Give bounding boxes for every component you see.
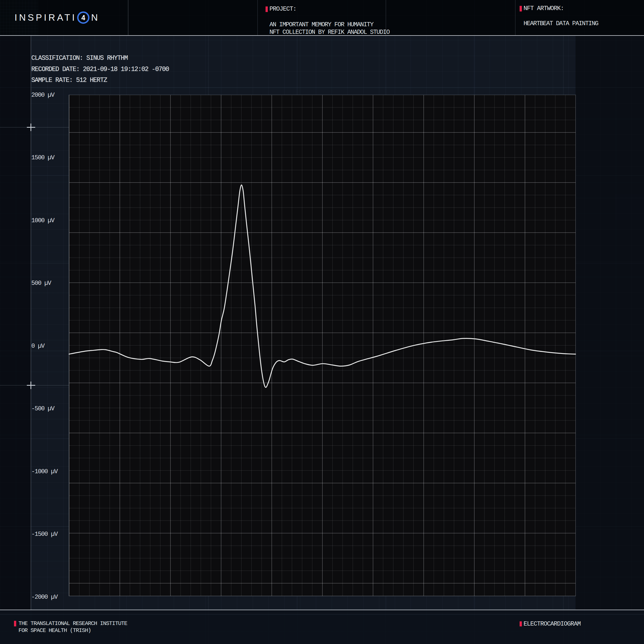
y-axis-label: -2000 µV (31, 594, 58, 601)
inspiration4-logo: INSPIRATI 4 N (15, 0, 100, 35)
logo-circle-4-icon: 4 (77, 11, 89, 24)
y-axis-label: -1500 µV (31, 531, 58, 538)
project-label: PROJECT: (269, 6, 296, 13)
y-axis-label: -1000 µV (31, 468, 58, 475)
top-bar-divider (128, 0, 128, 35)
y-axis-label: 1500 µV (31, 154, 54, 162)
logo-text-prefix: INSPIRATI (15, 12, 77, 23)
institute-line2: FOR SPACE HEALTH (TRISH) (18, 627, 91, 634)
footer-right-red-marker-icon (520, 621, 522, 626)
logo-circled-char: 4 (81, 14, 85, 22)
artwork-label: NFT ARTWORK: (524, 5, 564, 12)
top-bar-divider (257, 0, 258, 35)
project-red-marker-icon (266, 6, 268, 12)
artwork-red-marker-icon (520, 6, 522, 11)
project-line1: AN IMPORTANT MEMORY FOR HUMANITY (269, 21, 373, 28)
artwork-title: HEARTBEAT DATA PAINTING (524, 20, 598, 27)
bottom-bar-line (0, 614, 644, 614)
y-axis-label: -500 µV (31, 405, 54, 413)
project-line2: NFT COLLECTION BY REFIK ANADOL STUDIO (269, 29, 389, 36)
institute-line1: THE TRANSLATIONAL RESEARCH INSTITUTE (18, 620, 127, 627)
top-bar: INSPIRATI 4 N PROJECT: AN IMPORTANT MEMO… (0, 0, 644, 36)
institute-credit: THE TRANSLATIONAL RESEARCH INSTITUTEFOR … (18, 620, 127, 634)
nft-artwork-canvas: INSPIRATI 4 N PROJECT: AN IMPORTANT MEMO… (0, 0, 644, 644)
y-axis-label: 0 µV (31, 343, 44, 350)
ecg-waveform-svg (69, 95, 576, 596)
chart-region: CLASSIFICATION: SINUS RHYTHMRECORDED DAT… (0, 36, 644, 610)
y-axis-label: 500 µV (31, 280, 51, 287)
electrocardiogram-label: ELECTROCARDIOGRAM (524, 621, 581, 628)
footer-left-red-marker-icon (14, 621, 16, 626)
ecg-waveform-path (69, 185, 576, 387)
y-axis-label: 2000 µV (31, 92, 54, 99)
bottom-bar: THE TRANSLATIONAL RESEARCH INSTITUTEFOR … (0, 610, 644, 644)
y-axis-label: 1000 µV (31, 217, 54, 224)
ecg-plot-area (69, 95, 576, 596)
logo-text-suffix: N (91, 12, 100, 23)
project-lines: AN IMPORTANT MEMORY FOR HUMANITYNFT COLL… (269, 21, 389, 36)
top-bar-divider (515, 0, 515, 35)
